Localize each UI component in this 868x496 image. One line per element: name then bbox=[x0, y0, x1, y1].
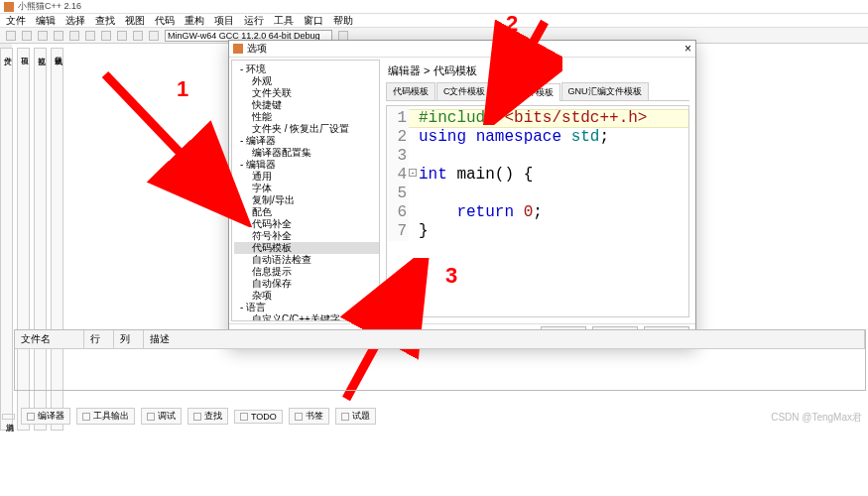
tree-node[interactable]: 文件关联 bbox=[234, 87, 379, 99]
tab-icon bbox=[341, 413, 349, 421]
bottom-panel-header: 文件名 行 列 描述 bbox=[15, 330, 865, 349]
template-tab[interactable]: C++文件模板 bbox=[494, 83, 560, 101]
bottom-tab[interactable]: 试题 bbox=[335, 408, 376, 425]
debug-icon[interactable] bbox=[133, 31, 143, 41]
col-desc[interactable]: 描述 bbox=[144, 330, 865, 348]
bottom-tabs: 消息 编译器工具输出调试查找TODO书签试题 bbox=[2, 408, 376, 425]
app-icon bbox=[4, 2, 14, 12]
menu-重构[interactable]: 重构 bbox=[185, 14, 204, 28]
main-area: 文件项目监视试题集 选项 × - 环境外观文件关联快捷键性能文件夹 / 恢复出厂… bbox=[0, 44, 868, 431]
tree-node[interactable]: - 编译器 bbox=[234, 135, 379, 147]
bottom-tab[interactable]: 编译器 bbox=[21, 408, 70, 425]
undo-icon[interactable] bbox=[54, 31, 63, 41]
bottom-tab[interactable]: 书签 bbox=[289, 408, 329, 425]
line-number-gutter: 1234567 bbox=[387, 106, 409, 241]
template-tab[interactable]: 代码模板 bbox=[386, 82, 435, 100]
bottom-panel: 文件名 行 列 描述 bbox=[14, 329, 866, 391]
dialog-title: 选项 bbox=[247, 42, 267, 56]
tree-node[interactable]: 自动保存 bbox=[234, 278, 379, 290]
options-tree: - 环境外观文件关联快捷键性能文件夹 / 恢复出厂设置- 编译器编译器配置集- … bbox=[231, 60, 380, 321]
svg-line-0 bbox=[105, 74, 234, 209]
template-tab[interactable]: C文件模板 bbox=[436, 82, 493, 100]
col-filename[interactable]: 文件名 bbox=[15, 330, 84, 348]
dialog-titlebar: 选项 × bbox=[229, 41, 695, 58]
tab-icon bbox=[193, 413, 201, 421]
menu-工具[interactable]: 工具 bbox=[274, 14, 294, 28]
menu-帮助[interactable]: 帮助 bbox=[333, 14, 353, 28]
tab-icon bbox=[82, 413, 90, 421]
tree-node[interactable]: 快捷键 bbox=[234, 99, 379, 111]
tree-node[interactable]: 编译器配置集 bbox=[234, 147, 379, 159]
open-icon[interactable] bbox=[22, 31, 32, 41]
tree-node[interactable]: 文件夹 / 恢复出厂设置 bbox=[234, 123, 379, 135]
dialog-body: - 环境外观文件关联快捷键性能文件夹 / 恢复出厂设置- 编译器编译器配置集- … bbox=[229, 58, 695, 323]
tab-icon bbox=[27, 413, 35, 421]
tab-icon bbox=[240, 413, 248, 421]
tree-node[interactable]: 代码补全 bbox=[234, 218, 379, 230]
menu-视图[interactable]: 视图 bbox=[125, 14, 145, 28]
code-content[interactable]: #include <bits/stdc++.h>using namespace … bbox=[419, 109, 647, 241]
tree-node[interactable]: 符号补全 bbox=[234, 230, 379, 242]
tree-node[interactable]: 通用 bbox=[234, 171, 379, 183]
side-tab[interactable]: 文件 bbox=[0, 48, 13, 431]
menu-查找[interactable]: 查找 bbox=[95, 14, 115, 28]
redo-icon[interactable] bbox=[69, 31, 79, 41]
refresh-icon[interactable] bbox=[338, 31, 348, 41]
breadcrumb: 编辑器 > 代码模板 bbox=[382, 60, 693, 82]
tree-node[interactable]: 杂项 bbox=[234, 290, 379, 302]
menu-编辑[interactable]: 编辑 bbox=[36, 14, 56, 28]
close-icon[interactable]: × bbox=[684, 42, 691, 56]
dialog-icon bbox=[233, 44, 243, 54]
bottom-tab[interactable]: 工具输出 bbox=[76, 408, 135, 425]
tree-node[interactable]: 外观 bbox=[234, 75, 379, 87]
watermark: CSDN @TengMax君 bbox=[771, 411, 862, 425]
fold-gutter: - bbox=[409, 106, 417, 316]
messages-label: 消息 bbox=[2, 414, 15, 420]
tab-icon bbox=[147, 413, 155, 421]
fold-marker-icon[interactable]: - bbox=[409, 169, 417, 177]
tree-node[interactable]: 性能 bbox=[234, 111, 379, 123]
app-title: 小熊猫C++ 2.16 bbox=[18, 0, 81, 13]
tree-node[interactable]: - 编辑器 bbox=[234, 159, 379, 171]
menu-代码[interactable]: 代码 bbox=[155, 14, 175, 28]
build-icon[interactable] bbox=[85, 31, 95, 41]
tree-node[interactable]: 配色 bbox=[234, 206, 379, 218]
code-editor[interactable]: 1234567 - #include <bits/stdc++.h>using … bbox=[386, 105, 689, 317]
annotation-label-1: 1 bbox=[177, 76, 188, 102]
bottom-tab[interactable]: 查找 bbox=[187, 408, 228, 425]
col-line[interactable]: 行 bbox=[84, 330, 114, 348]
menu-文件[interactable]: 文件 bbox=[6, 14, 26, 28]
bottom-tab[interactable]: TODO bbox=[234, 410, 283, 424]
save-icon[interactable] bbox=[38, 31, 48, 41]
tree-node[interactable]: 信息提示 bbox=[234, 266, 379, 278]
run-icon[interactable] bbox=[101, 31, 111, 41]
menubar: 文件编辑选择查找视图代码重构项目运行工具窗口帮助 bbox=[0, 14, 868, 28]
bottom-tab[interactable]: 调试 bbox=[141, 408, 182, 425]
tree-node[interactable]: 字体 bbox=[234, 183, 379, 194]
tree-node[interactable]: 自动语法检查 bbox=[234, 254, 379, 266]
menu-项目[interactable]: 项目 bbox=[214, 14, 234, 28]
menu-选择[interactable]: 选择 bbox=[65, 14, 85, 28]
tree-node[interactable]: 代码模板 bbox=[234, 242, 379, 254]
menu-窗口[interactable]: 窗口 bbox=[304, 14, 323, 28]
tree-node[interactable]: 自定义C/C++关键字 bbox=[234, 313, 379, 321]
app-titlebar: 小熊猫C++ 2.16 bbox=[0, 0, 868, 14]
template-tab[interactable]: GNU汇编文件模板 bbox=[561, 82, 649, 100]
stop-icon[interactable] bbox=[117, 31, 127, 41]
new-file-icon[interactable] bbox=[6, 31, 16, 41]
tab-icon bbox=[295, 413, 303, 421]
template-tabs: 代码模板C文件模板C++文件模板GNU汇编文件模板 bbox=[386, 82, 689, 101]
menu-运行[interactable]: 运行 bbox=[244, 14, 264, 28]
col-col[interactable]: 列 bbox=[114, 330, 144, 348]
options-dialog: 选项 × - 环境外观文件关联快捷键性能文件夹 / 恢复出厂设置- 编译器编译器… bbox=[228, 40, 696, 347]
tree-node[interactable]: - 环境 bbox=[234, 63, 379, 75]
tree-node[interactable]: 复制/导出 bbox=[234, 194, 379, 206]
left-side-tabs: 文件项目监视试题集 bbox=[0, 44, 12, 431]
tree-node[interactable]: - 语言 bbox=[234, 302, 379, 313]
step-icon[interactable] bbox=[149, 31, 159, 41]
options-content: 编辑器 > 代码模板 代码模板C文件模板C++文件模板GNU汇编文件模板 123… bbox=[382, 60, 693, 321]
